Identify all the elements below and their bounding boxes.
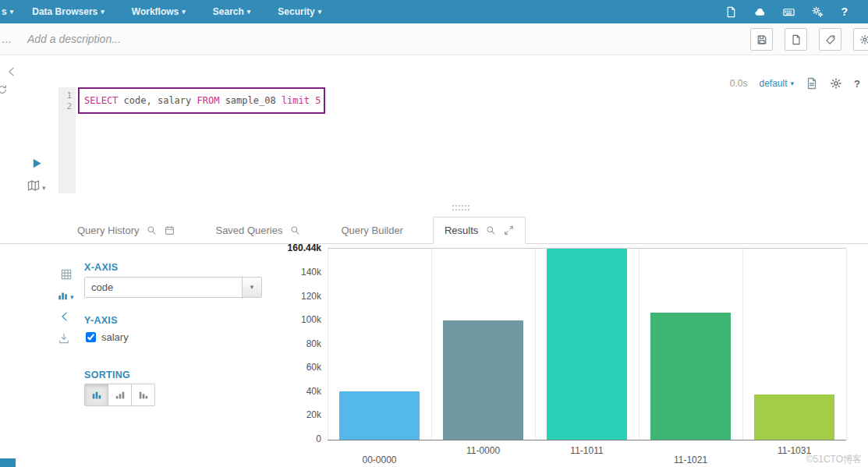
line-number-gutter: 1 2 — [58, 87, 76, 193]
help-icon[interactable]: ? — [841, 5, 848, 18]
corner-widget[interactable] — [0, 458, 16, 467]
query-selection-box: SELECT code, salary FROM sample_08 limit… — [78, 87, 325, 114]
map-icon[interactable]: ▾ — [27, 179, 46, 192]
nav-item-label: Security — [278, 6, 314, 17]
tab-label: Results — [445, 225, 478, 236]
y-tick-label: 80k — [306, 338, 321, 349]
chevron-left-icon[interactable] — [6, 66, 17, 77]
download-icon[interactable] — [58, 333, 69, 344]
query-editor: 0.0s default ▾ ? 1 2 SELECT code, salary… — [0, 55, 868, 203]
y-tick-label: 40k — [306, 386, 321, 397]
settings-button[interactable] — [853, 28, 868, 51]
tab-label: Query Builder — [341, 225, 402, 236]
chart-x-axis: 00-000011-000011-101111-102111-1031 — [328, 444, 846, 467]
sort-ascending-button[interactable] — [108, 384, 132, 406]
y-tick-label: 60k — [306, 362, 321, 373]
y-tick-label: 20k — [306, 409, 321, 420]
salary-label: salary — [101, 331, 129, 343]
nav-item-data-browsers[interactable]: Data Browsers ▾ — [32, 6, 105, 17]
x-tick-label: 11-0000 — [431, 445, 535, 456]
refresh-icon[interactable] — [0, 84, 8, 95]
sql-number: 5 — [315, 95, 321, 106]
x-axis-select[interactable]: code ▾ — [84, 277, 262, 298]
search-icon[interactable] — [147, 225, 157, 235]
code-area[interactable]: SELECT code, salary FROM sample_08 limit… — [76, 87, 868, 193]
y-tick-label: 0 — [316, 433, 321, 444]
sort-descending-button[interactable] — [131, 384, 155, 406]
top-navbar: s ▾ Data Browsers ▾ Workflows ▾ Search ▾… — [0, 0, 868, 23]
save-button[interactable] — [750, 28, 773, 51]
chevron-left-icon[interactable] — [59, 311, 70, 322]
chart-plot — [328, 248, 846, 440]
nav-item-label: s — [2, 6, 7, 17]
cloud-icon[interactable] — [754, 6, 766, 18]
grid-view-icon[interactable] — [61, 269, 72, 280]
x-axis-heading: X-AXIS — [84, 262, 118, 273]
gridline — [639, 249, 639, 440]
results-tabbar: Query History Saved Queries Query Builde… — [0, 217, 868, 244]
select-dropdown-button[interactable]: ▾ — [242, 278, 261, 297]
results-panel: ▾ X-AXIS code ▾ Y-AXIS salary SORTING — [0, 244, 868, 467]
sort-none-button[interactable] — [84, 384, 108, 406]
expand-icon[interactable] — [504, 225, 514, 235]
gears-icon[interactable] — [812, 6, 824, 18]
new-document-button[interactable] — [785, 28, 807, 51]
x-tick-label: 11-1011 — [535, 445, 639, 456]
calendar-icon[interactable] — [165, 225, 175, 235]
sql-identifier: code, salary — [124, 95, 197, 106]
gridline — [431, 249, 432, 440]
nav-item-search[interactable]: Search ▾ — [213, 6, 251, 17]
sql-keyword: limit — [282, 95, 315, 106]
panel-resizer-grip[interactable] — [452, 205, 469, 211]
nav-item-label: Data Browsers — [32, 6, 97, 17]
file-browser-icon[interactable] — [725, 6, 737, 18]
x-axis-selected-value: code — [85, 281, 242, 293]
app-window: s ▾ Data Browsers ▾ Workflows ▾ Search ▾… — [0, 0, 868, 467]
caret-down-icon: ▾ — [250, 284, 254, 291]
search-icon[interactable] — [486, 225, 496, 235]
chart-y-axis: 020k40k60k80k100k120k140k160.44k — [262, 248, 321, 440]
caret-down-icon: ▾ — [70, 294, 74, 301]
chart-bar-00-0000[interactable] — [339, 391, 420, 440]
gridline — [535, 249, 536, 440]
description-toolbar: ... Add a description... — [0, 23, 868, 55]
chart-bar-11-1021[interactable] — [650, 313, 732, 440]
gridline — [328, 249, 328, 440]
watermark: ©51CTO博客 — [806, 453, 862, 466]
sql-keyword: FROM — [197, 95, 225, 106]
sorting-heading: SORTING — [84, 370, 130, 380]
y-tick-label: 100k — [301, 314, 321, 325]
tab-saved-queries[interactable]: Saved Queries — [204, 217, 311, 243]
x-tick-label: 11-1021 — [639, 455, 742, 465]
description-input[interactable]: Add a description... — [27, 33, 121, 45]
y-tick-label: 160.44k — [288, 242, 321, 253]
execute-button[interactable] — [31, 157, 43, 169]
x-tick-label: 00-0000 — [328, 455, 431, 465]
tags-button[interactable] — [819, 28, 841, 51]
bar-chart-icon[interactable]: ▾ — [58, 290, 74, 301]
truncated-query-title: ... — [2, 32, 12, 45]
chart-bar-11-1031[interactable] — [754, 394, 835, 440]
caret-down-icon: ▾ — [182, 9, 186, 16]
caret-down-icon: ▾ — [10, 9, 14, 16]
caret-down-icon: ▾ — [247, 9, 251, 16]
search-icon[interactable] — [290, 225, 300, 235]
chart-bar-11-0000[interactable] — [443, 320, 524, 440]
keyboard-icon[interactable] — [783, 6, 795, 18]
y-tick-label: 140k — [301, 267, 321, 278]
tab-query-history[interactable]: Query History — [66, 217, 186, 243]
tab-results[interactable]: Results — [433, 217, 526, 244]
sorting-buttons — [84, 384, 155, 406]
chart-bar-11-1011[interactable] — [547, 249, 628, 440]
tab-label: Saved Queries — [215, 225, 282, 236]
nav-item-workflows[interactable]: Workflows ▾ — [132, 6, 186, 17]
line-number: 2 — [58, 101, 72, 112]
y-axis-heading: Y-AXIS — [84, 315, 118, 326]
sql-identifier: sample_08 — [225, 95, 282, 106]
nav-item-partial[interactable]: s ▾ — [2, 6, 13, 17]
tab-query-builder[interactable]: Query Builder — [330, 217, 413, 243]
nav-item-security[interactable]: Security ▾ — [278, 6, 321, 17]
caret-down-icon: ▾ — [42, 185, 46, 192]
salary-checkbox[interactable] — [86, 332, 96, 342]
caret-down-icon: ▾ — [318, 9, 322, 16]
